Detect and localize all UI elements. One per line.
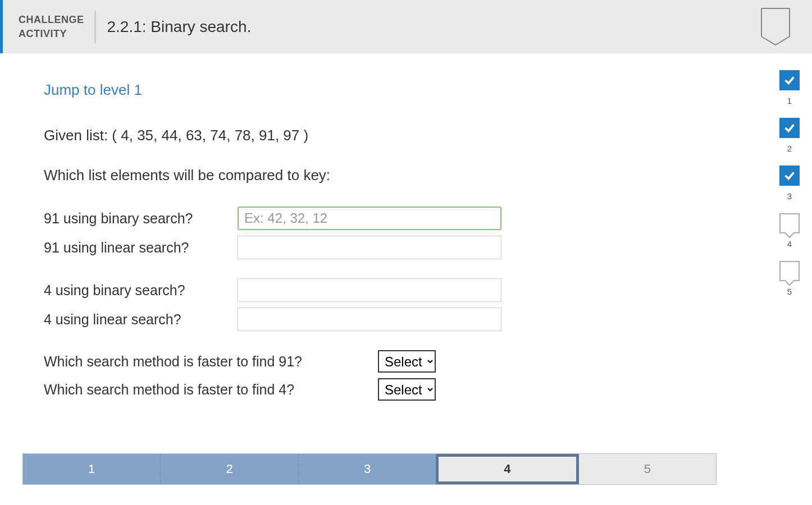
progress-num-1: 1 — [787, 96, 792, 105]
answer-input-4[interactable] — [238, 307, 501, 331]
question-label-3: 4 using binary search? — [44, 282, 238, 299]
question-label-2: 91 using linear search? — [44, 240, 238, 256]
given-list-text: Given list: ( 4, 35, 44, 63, 74, 78, 91,… — [44, 127, 745, 144]
answer-input-1[interactable] — [238, 206, 501, 230]
check-icon — [779, 70, 800, 90]
pending-icon — [779, 261, 800, 281]
level-tab-4[interactable]: 4 — [436, 454, 578, 484]
prompt-text: Which list elements will be compared to … — [44, 167, 745, 184]
select-method-4[interactable]: Select — [378, 378, 436, 401]
question-row-3: 4 using binary search? — [44, 278, 745, 302]
select-row-1: Which search method is faster to find 91… — [44, 350, 745, 373]
activity-title: 2.2.1: Binary search. — [107, 18, 252, 36]
select-label-1: Which search method is faster to find 91… — [44, 354, 378, 370]
progress-num-5: 5 — [787, 287, 792, 296]
check-icon — [779, 118, 800, 138]
progress-step-1[interactable]: 1 — [779, 70, 800, 105]
question-row-2: 91 using linear search? — [44, 236, 745, 259]
level-tab-5[interactable]: 5 — [579, 454, 716, 484]
answer-input-2[interactable] — [238, 236, 501, 259]
question-row-4: 4 using linear search? — [44, 307, 745, 331]
jump-to-level-link[interactable]: Jump to level 1 — [44, 81, 745, 99]
check-icon — [779, 166, 800, 186]
header-tag-line1: CHALLENGE — [19, 13, 84, 26]
header-tag: CHALLENGE ACTIVITY — [19, 11, 96, 43]
question-label-4: 4 using linear search? — [44, 311, 238, 328]
progress-sidebar: 1 2 3 4 5 — [767, 53, 812, 406]
select-label-2: Which search method is faster to find 4? — [44, 382, 378, 398]
progress-step-4[interactable]: 4 — [779, 213, 800, 249]
question-label-1: 91 using binary search? — [44, 210, 238, 227]
activity-header: CHALLENGE ACTIVITY 2.2.1: Binary search. — [0, 0, 812, 53]
pending-icon — [779, 213, 800, 233]
level-footer: 1 2 3 4 5 — [22, 453, 717, 485]
progress-step-3[interactable]: 3 — [779, 166, 800, 201]
question-row-1: 91 using binary search? — [44, 206, 745, 230]
header-tag-line2: ACTIVITY — [19, 27, 84, 40]
progress-step-2[interactable]: 2 — [779, 118, 800, 153]
answer-input-3[interactable] — [238, 278, 501, 302]
select-method-91[interactable]: Select — [378, 350, 436, 373]
progress-num-3: 3 — [787, 191, 792, 201]
level-tab-2[interactable]: 2 — [161, 454, 298, 484]
progress-num-2: 2 — [787, 144, 792, 153]
progress-step-5[interactable]: 5 — [779, 261, 800, 296]
select-row-2: Which search method is faster to find 4?… — [44, 378, 745, 401]
content-area: Jump to level 1 Given list: ( 4, 35, 44,… — [0, 53, 767, 406]
bookmark-icon[interactable] — [759, 6, 792, 48]
level-tab-3[interactable]: 3 — [299, 454, 436, 484]
progress-num-4: 4 — [787, 239, 792, 249]
level-tab-1[interactable]: 1 — [23, 454, 161, 484]
